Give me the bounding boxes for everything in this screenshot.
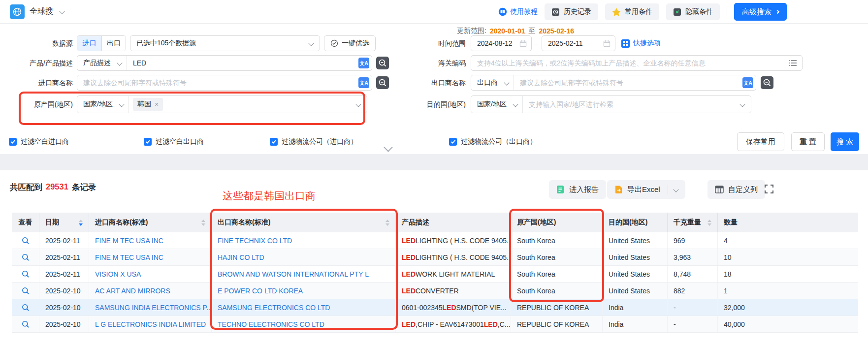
checkbox-checked-icon[interactable] <box>449 138 457 146</box>
destination-country-cell: India <box>603 316 668 332</box>
table-row[interactable]: 2025-02-10L G ELECTRONICS INDIA LIMITEDT… <box>12 316 858 333</box>
sort-icon[interactable] <box>197 220 205 226</box>
favorite-conditions-button[interactable]: 常用条件 <box>605 3 659 20</box>
enter-report-label: 进入报告 <box>569 185 599 194</box>
magnifier-view-icon[interactable] <box>22 253 30 261</box>
one-click-optimize-button[interactable]: 一键优选 <box>324 35 376 51</box>
quick-options-link[interactable]: 快捷选项 <box>621 35 661 51</box>
checkbox-checked-icon[interactable] <box>9 138 17 146</box>
hs-code-list-icon[interactable] <box>788 59 797 67</box>
filter-checkbox[interactable]: 过滤空白进口商 <box>9 137 69 147</box>
app-logo-globe-icon[interactable] <box>10 4 25 19</box>
exporter-link[interactable]: BROWN AND WATSON INTERNATIONAL PTY L <box>218 270 369 278</box>
hide-conditions-button[interactable]: 隐藏条件 <box>666 3 720 20</box>
importer-link[interactable]: FINE M TEC USA INC <box>95 253 163 261</box>
importer-link[interactable]: SAMSUNG INDIA ELECTRONICS P... <box>95 304 212 312</box>
importer-name-input[interactable] <box>77 79 358 87</box>
filter-checkbox[interactable]: 过滤物流公司（进口商） <box>270 137 357 147</box>
product-keyword-input[interactable] <box>127 59 358 67</box>
sort-icon[interactable] <box>382 220 389 226</box>
end-date-input[interactable]: 2025-02-11 <box>542 35 615 51</box>
view-cell[interactable] <box>12 266 39 282</box>
table-row[interactable]: 2025-02-11FINE M TEC USA INCHAJIN CO LTD… <box>12 249 858 266</box>
custom-columns-button[interactable]: 自定义列 <box>707 180 765 199</box>
column-header[interactable]: 进口商名称(标准) <box>89 213 212 232</box>
advanced-search-label: 高级搜索 <box>742 7 772 17</box>
translate-icon[interactable]: 文A <box>742 77 753 88</box>
importer-link[interactable]: VISION X USA <box>95 270 141 278</box>
data-source-select[interactable]: 已选中105个数据源 <box>130 35 320 51</box>
hs-code-input[interactable] <box>471 59 788 67</box>
tutorial-link[interactable]: 使用教程 <box>498 7 538 16</box>
enter-report-button[interactable]: 进入报告 <box>549 180 606 199</box>
product-type-select[interactable]: 产品描述 <box>77 56 127 70</box>
history-button[interactable]: 历史记录 <box>545 3 598 20</box>
table-row[interactable]: 2025-02-10AC ART AND MIRRORSE POWER CO L… <box>12 283 858 299</box>
exclude-filter-icon[interactable] <box>376 57 389 69</box>
exporter-name-field[interactable]: 出口商 文A <box>471 75 756 91</box>
column-header: 产品描述 <box>396 213 511 232</box>
filter-checkbox[interactable]: 过滤空白出口商 <box>144 137 204 147</box>
table-row[interactable]: 2025-02-11FINE M TEC USA INCFINE TECHNIX… <box>12 232 858 249</box>
product-description-field[interactable]: 产品描述 文A <box>77 55 372 71</box>
sort-icon[interactable] <box>704 220 711 226</box>
view-cell[interactable] <box>12 249 39 265</box>
importer-link[interactable]: FINE M TEC USA INC <box>95 237 163 245</box>
tab-import[interactable]: 进口 <box>77 36 101 51</box>
importer-link[interactable]: AC ART AND MIRRORS <box>95 287 170 295</box>
table-row[interactable]: 2025-02-11VISION X USABROWN AND WATSON I… <box>12 266 858 283</box>
magnifier-view-icon[interactable] <box>22 287 30 295</box>
checkbox-checked-icon[interactable] <box>270 138 278 146</box>
search-button[interactable]: 搜 索 <box>831 132 859 151</box>
view-cell[interactable] <box>12 283 39 299</box>
magnifier-view-icon[interactable] <box>22 237 30 245</box>
hs-code-field[interactable] <box>471 55 803 71</box>
start-date-input[interactable]: 2024-08-12 <box>471 35 532 51</box>
origin-country-cell: REPUBLIC OF KOREA <box>511 299 603 315</box>
save-conditions-button[interactable]: 保存常用 <box>737 132 784 151</box>
importer-name-field[interactable]: 文A <box>77 75 372 91</box>
exporter-type-select[interactable]: 出口商 <box>471 75 514 90</box>
exporter-link[interactable]: E POWER CO LTD KOREA <box>218 287 303 295</box>
exporter-link[interactable]: HAJIN CO LTD <box>218 253 264 261</box>
importer-link[interactable]: L G ELECTRONICS INDIA LIMITED <box>95 320 206 328</box>
destination-type-select[interactable]: 国家/地区 <box>471 96 523 113</box>
magnifier-view-icon[interactable] <box>22 320 30 328</box>
exporter-name-input[interactable] <box>514 79 742 87</box>
sort-icon[interactable] <box>75 220 83 226</box>
export-excel-button[interactable]: 导出Excel <box>607 180 685 199</box>
column-header[interactable]: 千克重量 <box>668 213 718 232</box>
tab-export[interactable]: 出口 <box>101 36 126 51</box>
translate-icon[interactable]: 文A <box>358 77 369 88</box>
reset-button[interactable]: 重 置 <box>791 132 825 151</box>
history-label: 历史记录 <box>564 7 591 16</box>
origin-country-select[interactable]: 国家/地区 韩国 × <box>77 95 367 113</box>
export-dropdown-chevron-icon[interactable] <box>673 187 678 192</box>
data-source-selected: 已选中105个数据源 <box>130 39 202 48</box>
table-row[interactable]: 2025-02-10SAMSUNG INDIA ELECTRONICS P...… <box>12 299 858 316</box>
app-switch-chevron-down-icon[interactable] <box>59 8 64 14</box>
origin-type-select[interactable]: 国家/地区 <box>77 96 129 113</box>
filter-checkbox[interactable]: 过滤物流公司（出口商） <box>449 137 537 147</box>
magnifier-view-icon[interactable] <box>22 270 30 278</box>
view-cell[interactable] <box>12 299 39 315</box>
translate-icon[interactable]: 文A <box>358 58 369 68</box>
destination-country-input[interactable] <box>523 100 740 108</box>
exporter-link[interactable]: FINE TECHNIX CO LTD <box>218 237 292 245</box>
view-cell[interactable] <box>12 316 39 332</box>
exclude-filter-icon[interactable] <box>761 76 773 89</box>
exporter-link[interactable]: TECHNO ELECTRONICS CO LTD <box>218 320 324 328</box>
exporter-link[interactable]: SAMSUNG ELECTRONICS CO LTD <box>218 304 330 312</box>
fullscreen-icon[interactable] <box>764 184 774 194</box>
destination-country-cell: India <box>603 299 668 315</box>
advanced-search-button[interactable]: 高级搜索 <box>734 3 787 21</box>
view-cell[interactable] <box>12 232 39 249</box>
exclude-filter-icon[interactable] <box>376 76 389 89</box>
tag-close-icon[interactable]: × <box>155 101 159 108</box>
column-header[interactable]: 出口商名称(标准) <box>212 213 396 232</box>
magnifier-view-icon[interactable] <box>22 304 30 312</box>
destination-country-select[interactable]: 国家/地区 <box>471 95 751 113</box>
checkbox-checked-icon[interactable] <box>144 138 152 146</box>
column-header[interactable]: 日期 <box>39 213 89 232</box>
time-range-label: 时间范围 <box>417 35 466 51</box>
